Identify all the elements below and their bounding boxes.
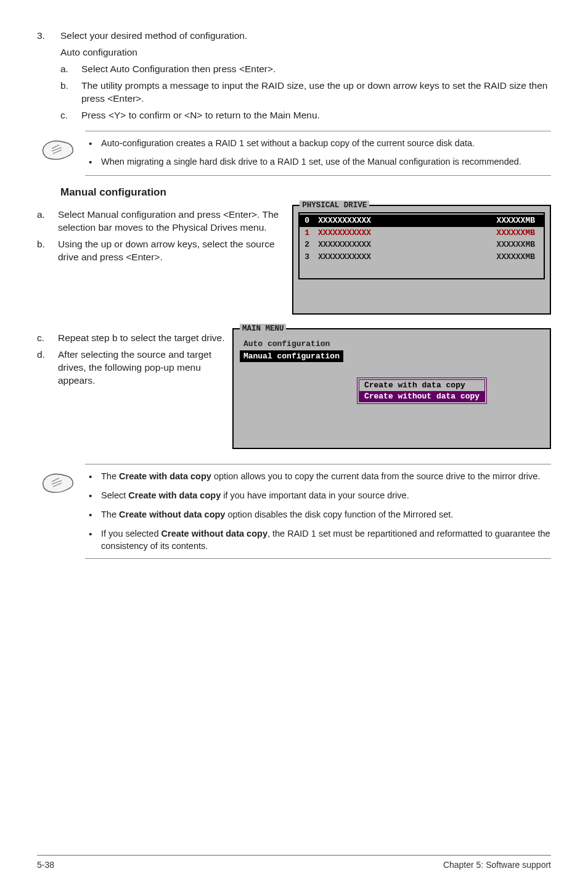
note1-item2: When migrating a single hard disk drive … [101, 156, 551, 169]
note2-4-pre: If you selected [101, 529, 161, 538]
bullet-dot: • [85, 156, 101, 169]
note2-3-pre: The [101, 510, 119, 519]
footer-page-number: 5-38 [37, 859, 54, 871]
phys-row-name: XXXXXXXXXXX [318, 215, 496, 226]
manual-d-letter: d. [37, 349, 58, 387]
manual-config-heading: Manual configuration [60, 186, 551, 200]
note-autoconfig: •Auto-configuration creates a RAID 1 set… [85, 131, 551, 176]
page-footer: 5-38 Chapter 5: Software support [37, 855, 551, 871]
step-3-text: Select your desired method of configurat… [60, 30, 551, 43]
physical-drive-row-1[interactable]: 1 XXXXXXXXXXX XXXXXXMB [300, 227, 544, 239]
note2-3-bold: Create without data copy [119, 510, 225, 519]
note2-3-post: option disables the disk copy function o… [225, 510, 453, 519]
bullet-dot: • [85, 509, 101, 522]
step-3a: a. Select Auto Configuration then press … [60, 63, 551, 76]
note2-2-pre: Select [101, 490, 128, 500]
manual-c-letter: c. [37, 332, 58, 345]
note-create-options: • The Create with data copy option allow… [85, 464, 551, 559]
step-3a-letter: a. [60, 63, 81, 76]
step-3-number: 3. [37, 30, 60, 43]
note2-4-bold: Create without data copy [161, 529, 267, 538]
bullet-dot: • [85, 490, 101, 503]
physical-drive-list: 0 XXXXXXXXXXX XXXXXXMB 1 XXXXXXXXXXX XXX… [298, 212, 545, 279]
phys-row-idx: 0 [304, 215, 318, 226]
manual-d: d. After selecting the source and target… [37, 349, 229, 387]
phys-row-idx: 3 [304, 252, 318, 263]
phys-row-idx: 1 [304, 228, 318, 239]
physical-drive-title: PHYSICAL DRIVE [300, 200, 369, 211]
phys-row-size: XXXXXXMB [497, 252, 535, 263]
step-3a-text: Select Auto Configuration then press <En… [81, 63, 551, 76]
step-3: 3. Select your desired method of configu… [37, 30, 551, 43]
step-3c: c. Press <Y> to confirm or <N> to return… [60, 109, 551, 122]
physical-drive-panel: PHYSICAL DRIVE 0 XXXXXXXXXXX XXXXXXMB 1 … [292, 205, 551, 315]
main-menu-panel: MAIN MENU Auto configuration Manual conf… [232, 328, 551, 449]
manual-c: c. Repeat step b to select the target dr… [37, 332, 229, 345]
manual-b-text: Using the up or down arrow keys, select … [58, 238, 284, 264]
bullet-dot: • [85, 528, 101, 552]
manual-b: b. Using the up or down arrow keys, sele… [37, 238, 284, 264]
auto-config-subtitle: Auto configuration [60, 46, 551, 59]
note2-item3: The Create without data copy option disa… [101, 509, 551, 522]
phys-row-size: XXXXXXMB [497, 239, 535, 250]
step-3b: b. The utility prompts a message to inpu… [60, 80, 551, 105]
popup-create-with-data[interactable]: Create with data copy [359, 380, 484, 391]
step-3c-text: Press <Y> to confirm or <N> to return to… [81, 109, 551, 122]
physical-drive-row-3[interactable]: 3 XXXXXXXXXXX XXXXXXMB [300, 251, 544, 263]
popup-create-without-data[interactable]: Create without data copy [359, 391, 484, 402]
note2-2-post: if you have important data in your sourc… [221, 490, 409, 500]
note1-item1: Auto-configuration creates a RAID 1 set … [101, 138, 551, 151]
note2-item1: The Create with data copy option allows … [101, 471, 551, 484]
phys-row-name: XXXXXXXXXXX [318, 252, 496, 263]
manual-a-letter: a. [37, 208, 58, 234]
physical-drive-row-0[interactable]: 0 XXXXXXXXXXX XXXXXXMB [300, 215, 544, 227]
note2-item4: If you selected Create without data copy… [101, 528, 551, 552]
note2-1-bold: Create with data copy [119, 471, 211, 481]
phys-row-idx: 2 [304, 239, 318, 250]
main-menu-title: MAIN MENU [240, 324, 287, 334]
manual-d-text: After selecting the source and target dr… [58, 349, 229, 387]
physical-drive-row-2[interactable]: 2 XXXXXXXXXXX XXXXXXMB [300, 239, 544, 251]
manual-a-text: Select Manual configuration and press <E… [58, 208, 284, 234]
note2-1-post: option allows you to copy the current da… [211, 471, 541, 481]
manual-b-letter: b. [37, 238, 58, 264]
note-hand-icon [41, 135, 75, 162]
phys-row-size: XXXXXXMB [497, 215, 535, 226]
manual-a: a. Select Manual configuration and press… [37, 208, 284, 234]
main-menu-manual[interactable]: Manual configuration [240, 350, 343, 363]
step-3b-text: The utility prompts a message to input t… [81, 80, 551, 105]
manual-c-text: Repeat step b to select the target drive… [58, 332, 229, 345]
step-3b-letter: b. [60, 80, 81, 105]
step-3c-letter: c. [60, 109, 81, 122]
main-menu-auto[interactable]: Auto configuration [240, 338, 544, 350]
bullet-dot: • [85, 138, 101, 151]
bullet-dot: • [85, 471, 101, 484]
note-hand-icon [41, 468, 75, 495]
create-popup: Create with data copy Create without dat… [357, 377, 487, 404]
phys-row-size: XXXXXXMB [497, 228, 535, 239]
phys-row-name: XXXXXXXXXXX [318, 228, 496, 239]
footer-chapter: Chapter 5: Software support [443, 859, 551, 871]
note2-2-bold: Create with data copy [128, 490, 221, 500]
note2-1-pre: The [101, 471, 119, 481]
note2-item2: Select Create with data copy if you have… [101, 490, 551, 503]
phys-row-name: XXXXXXXXXXX [318, 239, 496, 250]
